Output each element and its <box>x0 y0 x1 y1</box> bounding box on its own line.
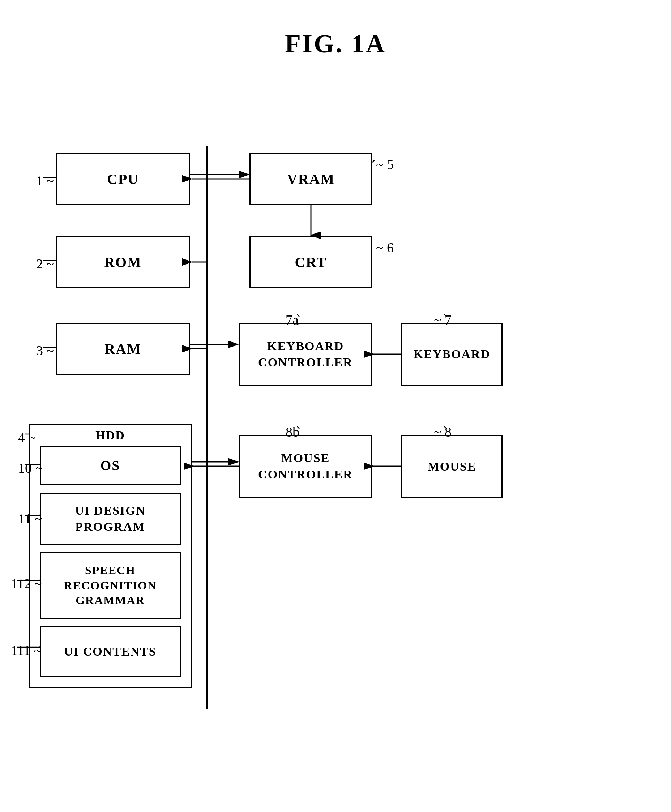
ref-10: 10 ~ <box>18 460 43 476</box>
page-title: FIG. 1A <box>0 0 671 59</box>
crt-box: CRT <box>249 236 372 289</box>
mouse-box: MOUSE <box>401 435 502 498</box>
ref-1: 1 ~ <box>36 173 54 189</box>
ref-6: ~ 6 <box>376 240 394 255</box>
keyboard-box: KEYBOARD <box>401 323 502 386</box>
ref-2: 2 ~ <box>36 256 54 272</box>
ui-design-box: UI DESIGNPROGRAM <box>40 493 181 545</box>
os-box: OS <box>40 445 181 485</box>
ref-11: 11 ~ <box>18 511 42 527</box>
cpu-box: CPU <box>56 153 190 205</box>
speech-box: SPEECHRECOGNITIONGRAMMAR <box>40 552 181 619</box>
ref-4: 4 ~ <box>18 429 36 445</box>
ref-8: ~ 8 <box>434 424 451 440</box>
ram-box: RAM <box>56 323 190 375</box>
rom-box: ROM <box>56 236 190 289</box>
ref-7a: 7a <box>286 312 299 328</box>
ref-8b: 8b <box>286 424 299 440</box>
ref-111: 111 ~ <box>11 642 41 658</box>
ref-7: ~ 7 <box>434 312 451 328</box>
keyboard-controller-box: KEYBOARDCONTROLLER <box>238 323 372 386</box>
ref-5: ~ 5 <box>376 156 394 172</box>
ref-112: 112 ~ <box>11 576 42 591</box>
vram-box: VRAM <box>249 153 372 205</box>
ui-contents-box: UI CONTENTS <box>40 626 181 677</box>
svg-line-30 <box>372 160 375 162</box>
bus-line <box>206 146 208 709</box>
mouse-controller-box: MOUSECONTROLLER <box>238 435 372 498</box>
ref-3: 3 ~ <box>36 343 54 358</box>
